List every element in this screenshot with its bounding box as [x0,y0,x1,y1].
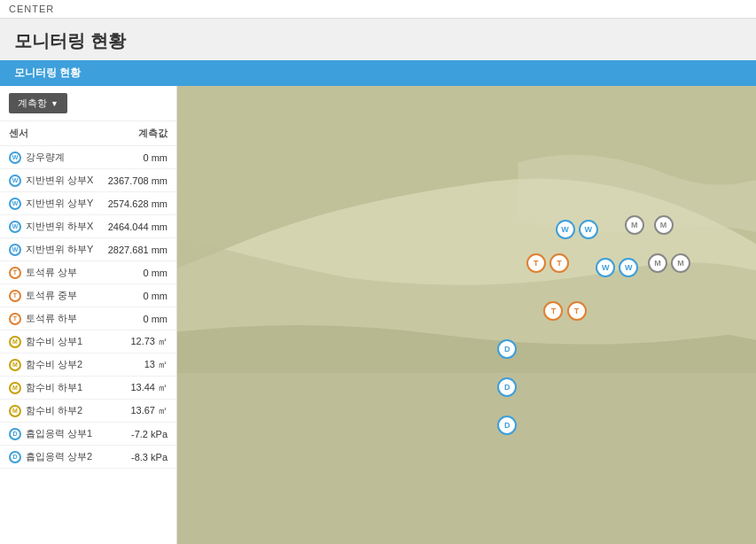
sensor-value-5: 0 mm [101,268,168,278]
sensor-value-0: 0 mm [101,152,168,163]
sensor-value-7: 0 mm [101,314,168,324]
map-marker-2[interactable]: M [625,215,644,235]
sensor-name-0: 강우량계 [26,151,101,164]
left-panel: 계측항 ▼ 센서 계측값 W 강우량계 0 mm W 지반변위 상부X 2367… [0,86,177,544]
sensor-value-9: 13 ㎥ [101,358,168,371]
sensor-icon-10: M [9,382,21,394]
map-marker-9[interactable]: M [671,253,690,273]
sensor-name-7: 토석류 하부 [26,312,101,325]
map-marker-14[interactable]: D [497,416,517,435]
map-marker-1[interactable]: W [579,220,598,239]
tab-bar: 모니터링 현황 [0,60,756,86]
sensor-name-12: 흡입응력 상부1 [26,427,101,440]
terrain-svg [177,86,756,544]
page-title: 모니터링 현황 [0,19,756,60]
sensor-icon-6: T [9,290,21,302]
map-marker-5[interactable]: T [549,253,569,273]
sensor-row: W 지반변위 하부X 2464.044 mm [0,215,176,238]
main-content: 계측항 ▼ 센서 계측값 W 강우량계 0 mm W 지반변위 상부X 2367… [0,86,756,544]
sensor-name-6: 토석류 중부 [26,289,101,302]
sensor-icon-8: M [9,336,21,348]
tab-label[interactable]: 모니터링 현황 [14,66,81,79]
sensor-row: M 함수비 하부1 13.44 ㎥ [0,377,176,400]
sensor-row: W 지반변위 상부Y 2574.628 mm [0,192,176,215]
sensor-value-6: 0 mm [101,291,168,301]
filter-bar: 계측항 ▼ [0,86,176,121]
sensor-icon-9: M [9,359,21,371]
sensor-row: D 흡입응력 상부1 -7.2 kPa [0,423,176,446]
sensor-icon-3: W [9,221,21,233]
map-area: WWMMTTWWMMTTDDD [177,86,756,544]
map-marker-13[interactable]: D [497,377,517,397]
sensor-icon-13: D [9,451,21,463]
map-marker-4[interactable]: T [526,253,546,273]
sensor-value-10: 13.44 ㎥ [101,381,168,394]
sensor-row: M 함수비 상부2 13 ㎥ [0,354,176,377]
map-marker-7[interactable]: W [619,258,638,277]
col-value-header: 계측값 [97,127,168,140]
sensor-row: T 토석류 중부 0 mm [0,284,176,307]
map-marker-12[interactable]: D [497,339,517,359]
sensor-icon-7: T [9,313,21,325]
top-bar: CENTER [0,0,756,19]
sensor-name-11: 함수비 하부2 [26,404,101,417]
sensor-icon-2: W [9,198,21,210]
sensor-name-9: 함수비 상부2 [26,358,101,371]
sensor-value-8: 12.73 ㎥ [101,335,168,348]
sensor-value-13: -8.3 kPa [101,452,168,462]
map-marker-3[interactable]: M [654,215,674,235]
sensor-row: M 함수비 상부1 12.73 ㎥ [0,330,176,354]
map-marker-10[interactable]: T [543,301,563,321]
sensor-name-5: 토석류 상부 [26,266,101,279]
sensor-value-12: -7.2 kPa [101,429,168,439]
col-sensor-header: 센서 [9,127,97,140]
sensor-value-4: 2827.681 mm [101,245,168,255]
sensor-name-8: 함수비 상부1 [26,335,101,348]
sensor-row: T 토석류 상부 0 mm [0,261,176,284]
center-label: CENTER [9,4,54,14]
sensor-icon-11: M [9,405,21,417]
sensor-icon-0: W [9,152,21,164]
sensor-row: W 강우량계 0 mm [0,146,176,169]
sensor-value-3: 2464.044 mm [101,221,168,232]
sensor-row: M 함수비 하부2 13.67 ㎥ [0,400,176,423]
sensor-row: W 지반변위 하부Y 2827.681 mm [0,238,176,261]
sensor-name-1: 지반변위 상부X [26,174,101,187]
filter-button[interactable]: 계측항 ▼ [9,93,67,113]
sensor-list: W 강우량계 0 mm W 지반변위 상부X 2367.708 mm W 지반변… [0,146,176,469]
chevron-down-icon: ▼ [51,99,58,108]
sensor-value-11: 13.67 ㎥ [101,404,168,417]
sensor-name-4: 지반변위 하부Y [26,243,101,256]
sensor-name-2: 지반변위 상부Y [26,197,101,210]
map-marker-11[interactable]: T [567,301,587,321]
sensor-icon-1: W [9,175,21,187]
sensor-name-10: 함수비 하부1 [26,381,101,394]
sensor-icon-12: D [9,428,21,440]
sensor-icon-4: W [9,244,21,256]
sensor-value-2: 2574.628 mm [101,198,168,209]
sensor-row: D 흡입응력 상부2 -8.3 kPa [0,446,176,469]
map-marker-6[interactable]: W [596,258,615,277]
sensor-name-3: 지반변위 하부X [26,220,101,233]
filter-label: 계측항 [18,97,47,110]
sensor-value-1: 2367.708 mm [101,175,168,186]
sensor-row: W 지반변위 상부X 2367.708 mm [0,169,176,192]
sensor-row: T 토석류 하부 0 mm [0,307,176,330]
map-marker-0[interactable]: W [556,220,575,239]
map-marker-8[interactable]: M [648,253,667,273]
sensor-name-13: 흡입응력 상부2 [26,450,101,463]
sensor-icon-5: T [9,267,21,279]
table-header: 센서 계측값 [0,121,176,146]
